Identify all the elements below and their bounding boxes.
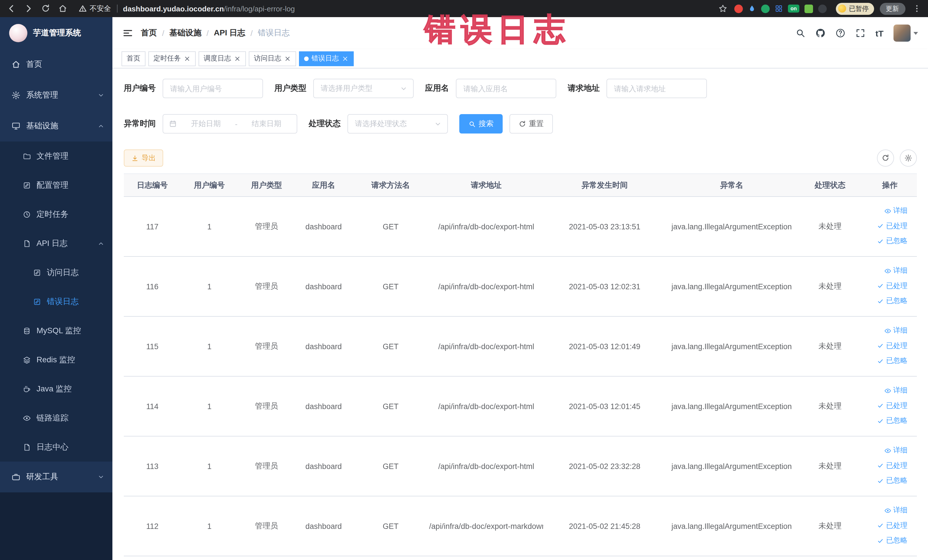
- exception-time-range-picker[interactable]: 开始日期 - 结束日期: [163, 114, 297, 134]
- browser-back-button[interactable]: [6, 3, 17, 14]
- check-icon: [877, 238, 884, 245]
- address-bar[interactable]: dashboard.yudao.iocoder.cn/infra/log/api…: [123, 4, 711, 13]
- document-icon: [23, 443, 31, 451]
- user-type-label: 用户类型: [275, 83, 307, 93]
- eye-icon: [884, 388, 891, 394]
- detail-link[interactable]: 详细: [884, 444, 907, 458]
- extensions-cluster: on: [734, 4, 827, 13]
- sidebar-item-home[interactable]: 首页: [0, 49, 112, 80]
- detail-link[interactable]: 详细: [884, 204, 907, 218]
- mark-processed-link[interactable]: 已处理: [877, 519, 907, 533]
- sidebar-item-redis-monitor[interactable]: Redis 监控: [0, 345, 112, 374]
- user-id-input[interactable]: [163, 79, 263, 98]
- font-size-button[interactable]: tT: [876, 28, 884, 38]
- tab-home[interactable]: 首页: [122, 51, 145, 66]
- extension-icon-leaf[interactable]: [804, 4, 813, 13]
- mark-ignored-link[interactable]: 已忽略: [877, 534, 907, 548]
- sidebar-item-config-management[interactable]: 配置管理: [0, 171, 112, 200]
- sidebar-item-trace[interactable]: 链路追踪: [0, 403, 112, 432]
- breadcrumb-api-log[interactable]: API 日志: [214, 28, 245, 38]
- mark-ignored-link[interactable]: 已忽略: [877, 414, 907, 428]
- sidebar-item-access-log[interactable]: 访问日志: [0, 258, 112, 287]
- table-toolbar: 导出: [124, 150, 917, 166]
- sidebar-item-api-log[interactable]: API 日志: [0, 229, 112, 258]
- site-security-indicator[interactable]: 不安全: [79, 4, 111, 14]
- extension-on-badge[interactable]: on: [788, 5, 799, 12]
- extension-icon-paw[interactable]: [818, 4, 827, 13]
- divider: [117, 5, 117, 12]
- request-url-input[interactable]: [606, 79, 707, 98]
- close-icon[interactable]: [184, 55, 191, 62]
- github-link[interactable]: [816, 28, 826, 38]
- column-header-exception-time: 异常发生时间: [543, 174, 666, 197]
- mark-ignored-link[interactable]: 已忽略: [877, 234, 907, 249]
- browser-home-button[interactable]: [57, 3, 69, 14]
- mark-ignored-link[interactable]: 已忽略: [877, 474, 907, 488]
- mark-processed-link[interactable]: 已处理: [877, 399, 907, 413]
- tags-view-bar: 首页 定时任务 调度日志 访问日志 错误日志: [112, 49, 928, 69]
- sidebar-item-devtools[interactable]: 研发工具: [0, 462, 112, 492]
- extension-icon-drop[interactable]: [748, 4, 756, 12]
- detail-link[interactable]: 详细: [884, 264, 907, 278]
- tab-access-log[interactable]: 访问日志: [249, 51, 296, 66]
- tab-error-log[interactable]: 错误日志: [299, 51, 354, 66]
- browser-menu-button[interactable]: [911, 3, 922, 14]
- browser-reload-button[interactable]: [40, 3, 51, 14]
- sidebar-item-system-management[interactable]: 系统管理: [0, 80, 112, 111]
- extension-icon-grid[interactable]: [775, 4, 783, 12]
- mark-processed-link[interactable]: 已处理: [877, 459, 907, 473]
- detail-link[interactable]: 详细: [884, 504, 907, 518]
- user-type-select[interactable]: 请选择用户类型: [313, 79, 414, 98]
- close-icon[interactable]: [284, 55, 291, 62]
- mark-processed-link[interactable]: 已处理: [877, 279, 907, 293]
- sidebar-item-scheduled-jobs[interactable]: 定时任务: [0, 200, 112, 229]
- extension-icon-green[interactable]: [761, 4, 770, 13]
- sidebar-item-infrastructure[interactable]: 基础设施: [0, 111, 112, 142]
- table-row: 114 1 管理员 dashboard GET /api/infra/db-do…: [124, 376, 917, 436]
- browser-forward-button[interactable]: [23, 3, 34, 14]
- refresh-table-button[interactable]: [877, 150, 894, 166]
- tab-scheduled-jobs[interactable]: 定时任务: [148, 51, 196, 66]
- export-button[interactable]: 导出: [124, 150, 163, 166]
- profile-paused-chip[interactable]: 已暂停: [836, 3, 874, 15]
- check-icon: [877, 522, 884, 529]
- sidebar-item-error-log[interactable]: 错误日志: [0, 287, 112, 316]
- search-icon: [796, 28, 806, 38]
- close-icon[interactable]: [234, 55, 241, 62]
- header-search-button[interactable]: [796, 28, 806, 38]
- eye-icon: [884, 328, 891, 334]
- reset-button[interactable]: 重置: [510, 114, 553, 134]
- process-status-select[interactable]: 请选择处理状态: [348, 114, 448, 134]
- sidebar-item-mysql-monitor[interactable]: MySQL 监控: [0, 316, 112, 345]
- breadcrumb-home[interactable]: 首页: [141, 28, 157, 38]
- mark-processed-link[interactable]: 已处理: [877, 219, 907, 233]
- mark-ignored-link[interactable]: 已忽略: [877, 294, 907, 308]
- app-name-input[interactable]: [456, 79, 556, 98]
- refresh-icon: [519, 120, 526, 128]
- column-header-actions: 操作: [863, 174, 917, 197]
- search-button[interactable]: 搜索: [459, 114, 503, 134]
- tab-dispatch-log[interactable]: 调度日志: [198, 51, 246, 66]
- mark-processed-link[interactable]: 已处理: [877, 339, 907, 353]
- close-icon[interactable]: [342, 55, 349, 62]
- user-avatar-menu[interactable]: [893, 24, 918, 42]
- column-settings-button[interactable]: [899, 150, 917, 166]
- fullscreen-button[interactable]: [856, 28, 866, 38]
- top-navbar: 首页 / 基础设施 / API 日志 / 错误日志 tT: [112, 17, 928, 49]
- browser-update-button[interactable]: 更新: [879, 3, 905, 15]
- check-icon: [877, 343, 884, 349]
- breadcrumb-infrastructure[interactable]: 基础设施: [169, 28, 201, 38]
- detail-link[interactable]: 详细: [884, 324, 907, 338]
- detail-link[interactable]: 详细: [884, 384, 907, 398]
- app-logo[interactable]: 芋道管理系统: [0, 17, 112, 49]
- mark-ignored-link[interactable]: 已忽略: [877, 354, 907, 368]
- extension-icon-red[interactable]: [734, 4, 743, 13]
- sidebar-collapse-button[interactable]: [123, 28, 133, 38]
- sidebar-item-log-center[interactable]: 日志中心: [0, 432, 112, 462]
- help-button[interactable]: [836, 28, 846, 38]
- sidebar-item-file-management[interactable]: 文件管理: [0, 142, 112, 171]
- sidebar-item-java-monitor[interactable]: Java 监控: [0, 374, 112, 403]
- bookmark-star-button[interactable]: [717, 3, 729, 14]
- chevron-up-icon: [98, 123, 104, 130]
- download-icon: [131, 154, 139, 162]
